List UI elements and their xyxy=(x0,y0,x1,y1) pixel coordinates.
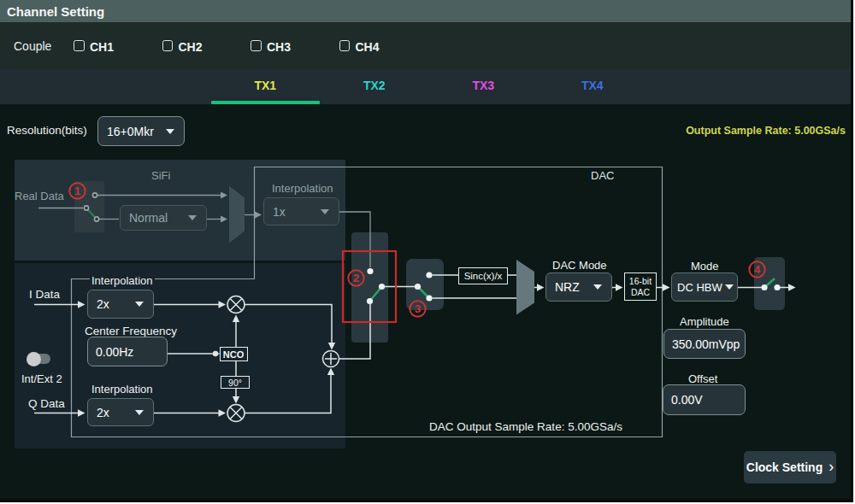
mode-label: Mode xyxy=(691,260,719,273)
offset-input[interactable]: 0.00V xyxy=(663,384,746,415)
i-multiplier xyxy=(227,296,245,314)
center-frequency-label: Center Frequency xyxy=(85,325,177,337)
sifi-interpolation-dropdown[interactable]: 1x xyxy=(263,197,339,226)
i-interpolation-dropdown[interactable]: 2x xyxy=(87,290,154,319)
dropdown-caret-icon xyxy=(725,284,734,290)
amplitude-value: 350.00mVpp xyxy=(672,337,740,351)
mode-dropdown[interactable]: DC HBW xyxy=(671,273,738,302)
offset-label: Offset xyxy=(688,372,717,385)
offset-value: 0.00V xyxy=(671,393,703,407)
marker-3: 3 xyxy=(415,302,422,315)
sifi-mode-dropdown[interactable]: Normal xyxy=(120,205,207,231)
mode-value: DC HBW xyxy=(677,281,722,294)
dac-label: DAC xyxy=(591,169,614,182)
iq-panel xyxy=(15,263,345,448)
q-data-label: Q Data xyxy=(28,397,65,410)
q-interpolation-label: Interpolation xyxy=(90,383,155,396)
sinc-filter-box: Sinc(x)/x xyxy=(458,267,508,284)
phase-90-box: 90° xyxy=(221,376,250,389)
q-interpolation-value: 2x xyxy=(97,406,109,419)
dropdown-caret-icon xyxy=(135,410,144,415)
sifi-interpolation-value: 1x xyxy=(273,205,286,219)
marker-1: 1 xyxy=(74,185,81,197)
channel-setting-dialog: Channel Setting Couple CH1 CH2 CH3 CH4 T… xyxy=(0,0,851,499)
center-frequency-input[interactable]: 0.00Hz xyxy=(87,337,168,366)
dac-mode-value: NRZ xyxy=(555,280,580,294)
dropdown-caret-icon xyxy=(593,284,602,290)
i-data-label: I Data xyxy=(29,288,60,301)
sifi-label: SiFi xyxy=(151,169,170,182)
center-frequency-value: 0.00Hz xyxy=(96,345,133,359)
q-multiplier xyxy=(227,405,245,422)
dac-mode-label: DAC Mode xyxy=(552,259,607,272)
sifi-mode-value: Normal xyxy=(129,211,168,225)
int-ext-label: Int/Ext 2 xyxy=(21,372,62,385)
dac-output-rate: DAC Output Sample Rate: 5.00GSa/s xyxy=(368,420,684,433)
nco-box: NCO xyxy=(220,347,248,361)
dac-mode-dropdown[interactable]: NRZ xyxy=(545,273,612,302)
real-data-label: Real Data xyxy=(15,190,64,202)
window-edge xyxy=(851,0,853,502)
clock-setting-label: Clock Setting xyxy=(746,460,823,474)
dropdown-caret-icon xyxy=(135,302,144,307)
marker-2: 2 xyxy=(353,272,360,284)
clock-setting-button[interactable]: Clock Setting › xyxy=(744,451,836,483)
iq-adder xyxy=(323,351,339,367)
i-interpolation-label: Interpolation xyxy=(90,274,155,287)
window-edge xyxy=(0,499,853,503)
amplitude-input[interactable]: 350.00mVpp xyxy=(663,329,746,359)
amplitude-label: Amplitude xyxy=(680,315,729,328)
int-ext-toggle-knob[interactable] xyxy=(27,352,41,366)
chevron-right-icon: › xyxy=(828,458,834,476)
nco-junction-dot xyxy=(213,351,218,356)
q-interpolation-dropdown[interactable]: 2x xyxy=(87,398,154,426)
i-interpolation-value: 2x xyxy=(97,297,109,311)
dropdown-caret-icon xyxy=(188,215,197,220)
sifi-interpolation-label: Interpolation xyxy=(272,182,333,195)
dropdown-caret-icon xyxy=(321,209,329,214)
dac-chip-box: 16-bit DAC xyxy=(624,273,657,301)
dac-mux xyxy=(516,260,534,315)
marker-4: 4 xyxy=(754,263,761,276)
